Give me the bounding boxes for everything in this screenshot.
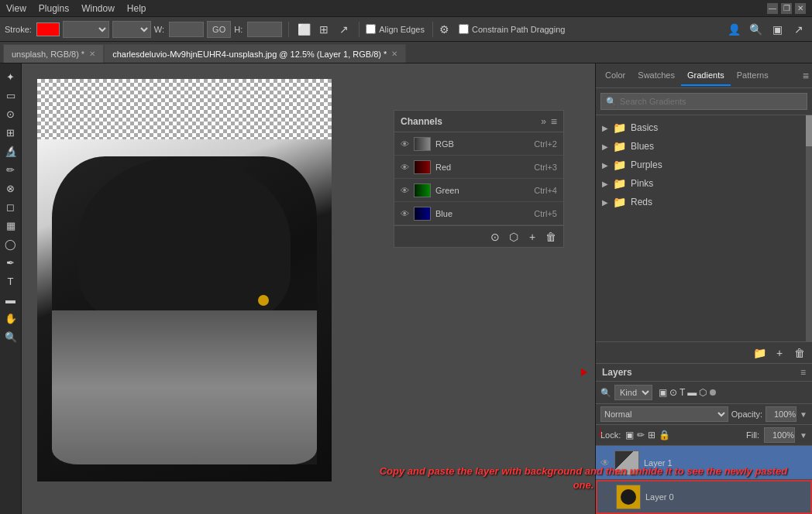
dog-image (37, 139, 332, 481)
toolbar: Stroke: W: GO H: ⬜ ⊞ ↗ Align Edges ⚙ Con… (0, 17, 812, 42)
menu-plugins[interactable]: Plugins (39, 3, 69, 14)
width-input[interactable] (169, 22, 204, 37)
tab-swatches[interactable]: Swatches (631, 66, 681, 86)
stroke-preview[interactable] (36, 22, 60, 36)
clone-tool[interactable]: ⊗ (2, 180, 19, 197)
transform-btn[interactable]: ↗ (335, 21, 353, 38)
layer0-eye-icon[interactable]: 👁 (602, 492, 611, 502)
lasso-tool[interactable]: ⊙ (2, 105, 19, 122)
gradients-delete-btn[interactable]: 🗑 (792, 345, 807, 361)
tab-color[interactable]: Color (599, 66, 631, 86)
layers-menu-icon[interactable]: ≡ (800, 367, 806, 378)
lock-all-icon[interactable]: 🔒 (659, 430, 670, 440)
share-icon-btn[interactable]: ↗ (790, 21, 807, 38)
move-tool[interactable]: ✦ (2, 68, 19, 85)
blend-mode-dropdown[interactable]: Normal (600, 406, 728, 422)
align-btn[interactable]: ⊞ (315, 21, 332, 38)
lock-position-icon[interactable]: ✏ (637, 430, 645, 440)
gear-icon-btn[interactable]: ⚙ (439, 23, 449, 36)
channels-expand-icon[interactable]: » (541, 116, 546, 127)
gradients-scroll-thumb[interactable] (806, 115, 812, 146)
red-shortcut: Ctrl+3 (534, 163, 557, 172)
rgb-eye-icon[interactable]: 👁 (401, 139, 409, 149)
brush-tool[interactable]: ✏ (2, 161, 19, 178)
green-eye-icon[interactable]: 👁 (401, 186, 409, 195)
menu-view[interactable]: View (6, 3, 26, 14)
fill-input[interactable] (764, 427, 795, 443)
filter-text-icon[interactable]: T (680, 387, 685, 398)
tab-gradients[interactable]: Gradients (681, 66, 731, 86)
red-eye-icon[interactable]: 👁 (401, 163, 409, 172)
kind-dropdown[interactable]: Kind (614, 385, 652, 400)
search-icon-btn[interactable]: 🔍 (747, 21, 764, 38)
restore-button[interactable]: ❐ (781, 3, 792, 14)
opacity-arrow-icon[interactable]: ▼ (800, 410, 807, 419)
lock-pixel-icon[interactable]: ▣ (625, 430, 634, 440)
gradient-group-blues[interactable]: ▶ 📁 Blues (596, 137, 812, 156)
gradients-new-btn[interactable]: + (772, 345, 787, 361)
align-edges-label: Align Edges (379, 25, 425, 34)
menu-window[interactable]: Window (81, 3, 115, 14)
fill-arrow-icon[interactable]: ▼ (800, 431, 807, 440)
opacity-input[interactable] (766, 406, 797, 422)
filter-active-dot (710, 389, 716, 396)
channel-row-blue[interactable]: 👁 Blue Ctrl+5 (394, 202, 563, 225)
filter-adjustment-icon[interactable]: ⊙ (669, 387, 677, 398)
canvas-area[interactable]: Channels » ≡ 👁 RGB Ctrl+2 👁 Red Ctrl+3 (22, 63, 595, 514)
tab-charlesdeluvio-close[interactable]: ✕ (391, 50, 397, 58)
blur-tool[interactable]: ◯ (2, 235, 19, 252)
filter-shape-icon[interactable]: ▬ (687, 387, 697, 398)
filter-smart-icon[interactable]: ⬡ (699, 387, 707, 398)
channels-menu-icon[interactable]: ≡ (551, 115, 557, 128)
gradients-scrollbar[interactable] (806, 115, 812, 363)
gradient-group-pinks[interactable]: ▶ 📁 Pinks (596, 174, 812, 193)
channel-row-rgb[interactable]: 👁 RGB Ctrl+2 (394, 132, 563, 156)
gradient-group-purples[interactable]: ▶ 📁 Purples (596, 156, 812, 174)
shape-tool[interactable]: ▬ (2, 291, 19, 308)
channels-mask-btn[interactable]: ⬡ (506, 229, 521, 245)
path-tool-btn[interactable]: ⬜ (295, 21, 312, 38)
align-edges-checkbox[interactable] (366, 24, 376, 34)
hand-tool[interactable]: ✋ (2, 310, 19, 327)
tab-unsplash[interactable]: unsplash, RGB/8) * ✕ (3, 44, 104, 63)
panel-tab-menu-icon[interactable]: ≡ (803, 70, 809, 82)
select-tool[interactable]: ▭ (2, 87, 19, 104)
pen-tool[interactable]: ✒ (2, 254, 19, 271)
stroke-style-select[interactable] (112, 21, 151, 38)
search-gradients-input[interactable] (620, 97, 802, 106)
channels-new-btn[interactable]: + (525, 229, 540, 245)
channels-delete-btn[interactable]: 🗑 (543, 229, 559, 245)
close-button[interactable]: ✕ (795, 3, 806, 14)
channel-row-red[interactable]: 👁 Red Ctrl+3 (394, 156, 563, 179)
channel-row-green[interactable]: 👁 Green Ctrl+4 (394, 179, 563, 202)
eraser-tool[interactable]: ◻ (2, 198, 19, 215)
gradient-group-reds[interactable]: ▶ 📁 Reds (596, 193, 812, 211)
gradients-container: ▶ 📁 Basics ▶ 📁 Blues ▶ 📁 Purples ▶ 📁 (596, 115, 812, 363)
tab-unsplash-close[interactable]: ✕ (89, 50, 95, 58)
gradients-folder-btn[interactable]: 📁 (752, 345, 767, 361)
channels-selection-btn[interactable]: ⊙ (487, 229, 503, 245)
height-input[interactable] (247, 22, 282, 37)
filter-pixel-icon[interactable]: ▣ (659, 387, 667, 398)
down-arrow-annotation: ↓ (597, 423, 604, 440)
gradient-group-basics[interactable]: ▶ 📁 Basics (596, 118, 812, 137)
constrain-path-checkbox[interactable] (459, 24, 469, 34)
workspace-icon-btn[interactable]: ▣ (769, 21, 786, 38)
text-tool[interactable]: T (2, 272, 19, 290)
separator-2 (359, 22, 360, 37)
layer-filter-icons: ▣ ⊙ T ▬ ⬡ (659, 387, 707, 398)
stroke-type-select[interactable] (63, 21, 109, 38)
minimize-button[interactable]: — (767, 3, 778, 14)
tab-patterns[interactable]: Patterns (731, 66, 775, 86)
tab-charlesdeluvio[interactable]: charlesdeluvio-Mv9hjnEUHR4-unsplash.jpg … (104, 44, 406, 63)
tab-bar: unsplash, RGB/8) * ✕ charlesdeluvio-Mv9h… (0, 42, 812, 63)
user-icon-btn[interactable]: 👤 (725, 21, 742, 38)
menu-help[interactable]: Help (127, 3, 146, 14)
lock-artboard-icon[interactable]: ⊞ (648, 430, 655, 440)
eyedropper-tool[interactable]: 🔬 (2, 142, 19, 159)
gradient-tool[interactable]: ▦ (2, 217, 19, 234)
zoom-tool[interactable]: 🔍 (2, 328, 19, 345)
crop-tool[interactable]: ⊞ (2, 124, 19, 141)
blue-eye-icon[interactable]: 👁 (401, 209, 409, 218)
go-button[interactable]: GO (207, 21, 231, 38)
